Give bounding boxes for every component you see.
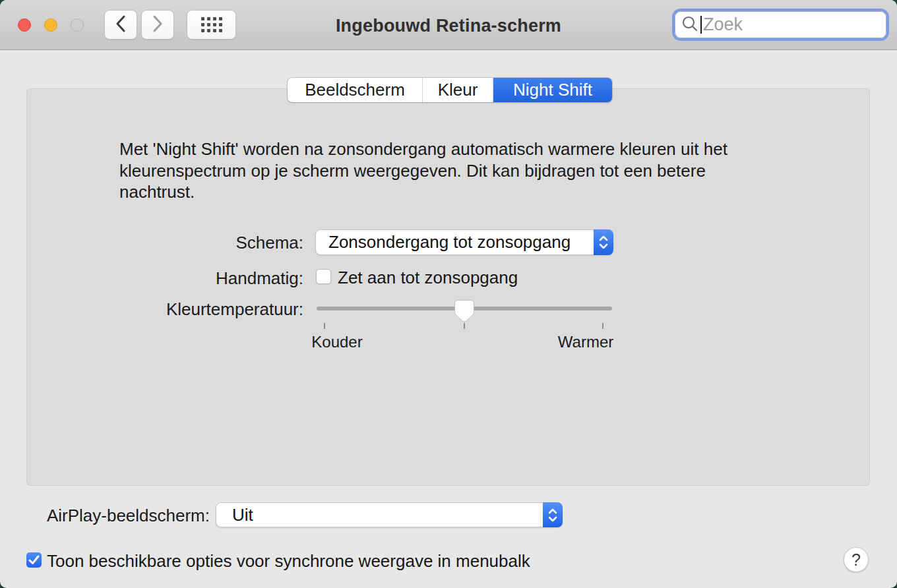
tab-night-shift[interactable]: Night Shift: [493, 78, 612, 102]
schema-value: Zonsondergang tot zonsopgang: [316, 232, 571, 252]
manual-label: Handmatig:: [0, 268, 303, 289]
airplay-popup[interactable]: Uit: [216, 502, 563, 527]
search-icon: [680, 14, 700, 36]
slider-max-label: Warmer: [558, 333, 613, 351]
sync-checkbox[interactable]: [26, 552, 42, 568]
search-placeholder: Zoek: [703, 15, 743, 35]
manual-checkbox-label: Zet aan tot zonsopgang: [338, 268, 518, 288]
slider-tick-max: [602, 323, 603, 329]
night-shift-description: Met 'Night Shift' worden na zonsondergan…: [119, 138, 779, 203]
tab-kleur[interactable]: Kleur: [423, 78, 493, 102]
airplay-label: AirPlay-beeldscherm:: [0, 506, 210, 526]
schema-label: Schema:: [0, 233, 303, 253]
temperature-slider-thumb[interactable]: [454, 300, 474, 325]
tab-bar: Beeldscherm Kleur Night Shift: [288, 78, 612, 102]
text-cursor: [700, 16, 702, 34]
search-input[interactable]: Zoek: [675, 11, 886, 38]
system-preferences-window: Ingebouwd Retina-scherm Zoek Beeldscherm…: [0, 0, 897, 588]
title-bar: Ingebouwd Retina-scherm Zoek: [0, 0, 897, 50]
question-mark-icon: ?: [851, 550, 861, 570]
temperature-label: Kleurtemperatuur:: [0, 299, 303, 320]
popup-stepper-icon: [543, 502, 563, 527]
slider-min-label: Kouder: [311, 333, 362, 351]
help-button[interactable]: ?: [844, 547, 869, 572]
popup-stepper-icon: [594, 229, 613, 255]
slider-tick-min: [324, 323, 325, 329]
sync-checkbox-label: Toon beschikbare opties voor synchrone w…: [47, 551, 530, 572]
manual-checkbox[interactable]: [316, 269, 331, 284]
schema-popup[interactable]: Zonsondergang tot zonsopgang: [315, 229, 613, 255]
search-field[interactable]: Zoek: [672, 9, 889, 41]
tab-beeldscherm[interactable]: Beeldscherm: [288, 78, 423, 102]
airplay-value: Uit: [216, 505, 253, 525]
